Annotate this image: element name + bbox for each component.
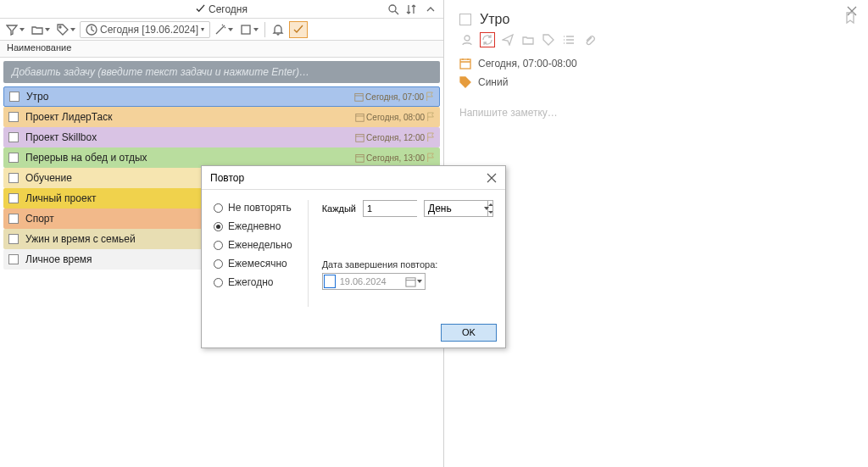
bookmark-icon[interactable]	[844, 12, 856, 24]
tag-button[interactable]	[54, 21, 78, 38]
ok-button[interactable]: OK	[441, 324, 497, 342]
repeat-icon	[481, 34, 493, 46]
wand-icon	[214, 24, 226, 36]
calendar-icon	[355, 133, 364, 142]
checkbox-button[interactable]	[237, 21, 261, 38]
list-icon	[563, 34, 575, 46]
attach-button[interactable]	[581, 32, 597, 47]
unit-select[interactable]: День	[424, 200, 493, 217]
task-checkbox[interactable]	[8, 112, 19, 122]
radio-icon	[214, 203, 223, 213]
svg-point-1	[59, 26, 61, 28]
send-icon	[502, 34, 514, 46]
flag-icon[interactable]	[426, 92, 434, 102]
tag-icon	[57, 24, 69, 36]
task-checkbox[interactable]	[8, 153, 19, 163]
svg-rect-9	[460, 59, 470, 69]
svg-rect-6	[356, 134, 364, 142]
task-date: Сегодня, 08:00	[366, 113, 425, 122]
task-checkbox[interactable]	[8, 173, 19, 183]
paperclip-icon	[583, 34, 595, 46]
svg-rect-5	[356, 114, 364, 121]
radio-icon	[214, 278, 223, 287]
assignee-button[interactable]	[459, 32, 475, 47]
page-header: Сегодня	[0, 0, 443, 19]
detail-icon-row	[444, 32, 868, 54]
svg-rect-10	[406, 277, 415, 286]
task-date: Сегодня, 07:00	[365, 92, 424, 102]
task-checkbox[interactable]	[8, 254, 19, 264]
radio-icon	[214, 222, 223, 231]
date-filter-button[interactable]: Сегодня [19.06.2024] ▾	[80, 21, 210, 38]
clock-icon	[86, 24, 97, 36]
radio-icon	[214, 241, 223, 250]
flag-icon[interactable]	[426, 132, 435, 142]
color-tag-icon	[459, 76, 471, 88]
repeat-option[interactable]: Не повторять	[214, 202, 308, 214]
flag-icon[interactable]	[426, 112, 435, 122]
collapse-icon[interactable]	[425, 3, 437, 15]
check-icon	[292, 24, 304, 36]
project-button[interactable]	[29, 21, 53, 38]
every-spinner[interactable]	[363, 200, 417, 217]
toolbar: Сегодня [19.06.2024] ▾	[0, 19, 443, 41]
repeat-option[interactable]: Ежегодно	[214, 276, 308, 288]
svg-rect-4	[355, 93, 363, 101]
repeat-option[interactable]: Еженедельно	[214, 239, 308, 251]
task-date: Сегодня, 13:00	[366, 153, 425, 163]
task-checkbox[interactable]	[8, 234, 19, 244]
detail-title[interactable]: Утро	[480, 12, 509, 27]
filter-button[interactable]	[3, 21, 27, 38]
dialog-close-icon[interactable]	[487, 173, 497, 183]
repeat-dialog: Повтор Не повторятьЕжедневноЕженедельноЕ…	[201, 165, 506, 348]
folder-icon	[522, 34, 534, 46]
calendar-icon	[355, 113, 364, 122]
search-icon[interactable]	[387, 3, 399, 15]
calendar-icon	[354, 92, 364, 102]
repeat-options: Не повторятьЕжедневноЕженедельноЕжемесяч…	[214, 200, 309, 307]
task-row[interactable]: Проект SkillboxСегодня, 12:00	[3, 127, 440, 147]
task-name: Утро	[26, 91, 354, 103]
detail-checkbox[interactable]	[459, 14, 471, 25]
radio-label: Ежегодно	[228, 276, 274, 288]
task-checkbox[interactable]	[8, 193, 19, 203]
calendar-icon	[405, 276, 416, 287]
flag-icon[interactable]	[426, 153, 435, 163]
column-header: Наименование	[0, 41, 443, 58]
detail-date-row[interactable]: Сегодня, 07:00-08:00	[444, 54, 868, 73]
check-toggle-button[interactable]	[289, 21, 308, 38]
bell-button[interactable]	[269, 21, 287, 38]
wand-button[interactable]	[212, 21, 236, 38]
repeat-button[interactable]	[480, 32, 495, 47]
note-input[interactable]: Напишите заметку…	[444, 92, 868, 134]
task-checkbox[interactable]	[9, 92, 19, 102]
task-row[interactable]: Проект ЛидерТаскСегодня, 08:00	[3, 107, 440, 127]
sort-icon[interactable]	[406, 3, 418, 15]
task-checkbox[interactable]	[8, 214, 19, 224]
checklist-button[interactable]	[561, 32, 576, 47]
svg-point-8	[465, 36, 470, 41]
repeat-option[interactable]: Ежедневно	[214, 220, 308, 232]
send-button[interactable]	[500, 32, 515, 47]
task-name: Проект ЛидерТаск	[25, 111, 355, 123]
radio-label: Ежедневно	[228, 220, 281, 232]
task-checkbox[interactable]	[8, 132, 19, 142]
end-date-checkbox[interactable]	[324, 275, 336, 288]
tag-assign-button[interactable]	[541, 32, 556, 47]
end-date-input[interactable]: 19.06.2024	[322, 273, 426, 290]
radio-icon	[214, 259, 223, 269]
task-date: Сегодня, 12:00	[366, 133, 425, 142]
add-task-input[interactable]: Добавить задачу (введите текст задачи и …	[3, 61, 440, 83]
project-assign-button[interactable]	[520, 32, 536, 47]
check-icon	[196, 4, 205, 14]
task-row[interactable]: УтроСегодня, 07:00	[3, 86, 440, 107]
detail-color-row[interactable]: Синий	[444, 73, 868, 92]
calendar-icon	[459, 58, 471, 69]
repeat-option[interactable]: Ежемесячно	[214, 258, 308, 270]
every-label: Каждый	[322, 203, 356, 214]
svg-rect-7	[356, 154, 364, 162]
task-name: Проект Skillbox	[25, 131, 355, 143]
svg-rect-3	[242, 25, 250, 34]
dialog-title: Повтор	[210, 172, 244, 184]
tag-icon	[542, 34, 554, 46]
